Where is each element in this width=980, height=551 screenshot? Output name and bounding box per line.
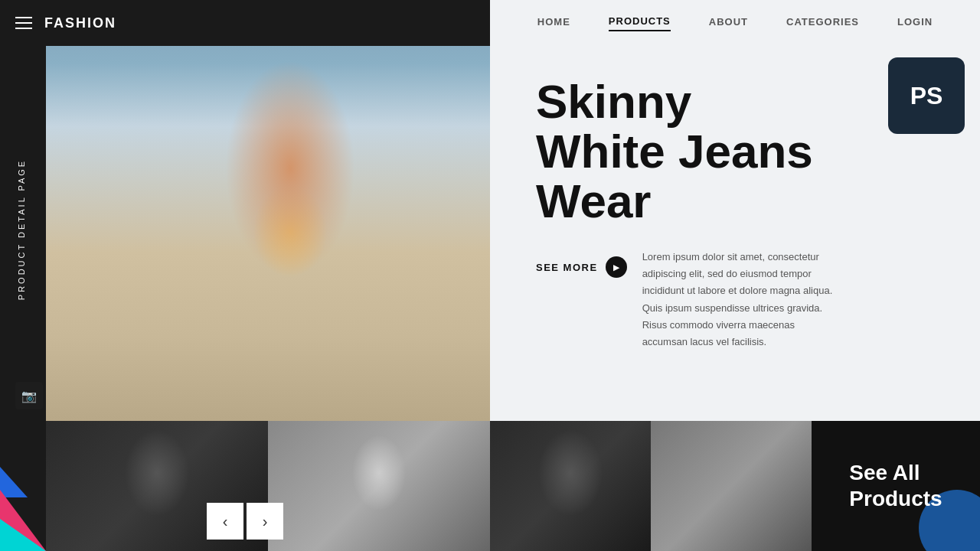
nav-categories[interactable]: CATEGORIES [786,16,859,31]
vertical-label: PRODUCT DETAIL PAGE [17,159,26,300]
ps-badge-text: PS [910,82,943,110]
nav-home[interactable]: HOME [537,16,570,31]
corner-decoration [0,429,46,551]
top-nav: HOME PRODUCTS ABOUT CATEGORIES LOGIN [490,0,980,46]
hamburger-icon[interactable] [15,17,32,29]
product-thumb-2[interactable] [651,421,812,551]
play-icon: ▶ [606,256,627,278]
camera-icon[interactable]: 📷 [15,382,43,409]
hero-photo [46,0,490,421]
corner-blue [0,467,46,497]
next-button[interactable]: › [247,503,283,540]
thumbnail-2[interactable] [268,421,490,551]
product-description: Lorem ipsum dolor sit amet, consectetur … [642,249,841,350]
right-panel: HOME PRODUCTS ABOUT CATEGORIES LOGIN PS … [490,0,980,551]
see-more-button[interactable]: SEE MORE ▶ [536,256,627,278]
see-all-text: See AllProducts [834,445,957,527]
prev-button[interactable]: ‹ [207,503,243,540]
see-all-box[interactable]: See AllProducts [812,421,980,551]
ps-p: P [910,82,926,109]
product-title: Skinny White Jeans Wear [536,77,827,226]
left-header: FASHION [0,0,490,46]
nav-login[interactable]: LOGIN [897,16,933,31]
hero-image [46,0,490,421]
bottom-thumbnails-right: See AllProducts [490,421,980,551]
nav-products[interactable]: PRODUCTS [609,15,671,31]
ps-badge: PS [888,57,965,134]
nav-about[interactable]: ABOUT [709,16,748,31]
product-thumb-1[interactable] [490,421,651,551]
product-description-area: SEE MORE ▶ Lorem ipsum dolor sit amet, c… [536,249,949,350]
brand-name: FASHION [44,15,116,31]
left-panel: FASHION PRODUCT DETAIL PAGE 📷 ‹ › [0,0,490,551]
nav-arrows: ‹ › [207,503,283,540]
ps-s: S [926,82,942,109]
